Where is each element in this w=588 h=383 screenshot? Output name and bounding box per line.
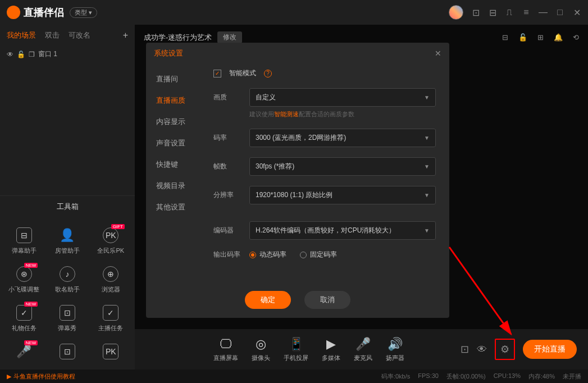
msg-icon[interactable]: ⊟ <box>502 33 508 42</box>
record-icon[interactable]: ⊡ <box>461 343 469 355</box>
ok-button[interactable]: 确定 <box>245 291 291 309</box>
tool-pk[interactable]: GIFTPK全民乐PK <box>89 222 133 261</box>
media-phone[interactable]: 📱手机投屏 <box>284 337 308 362</box>
titlebar: 直播伴侣 类型▾ ⊡ ⊟ ⎍ ≡ — □ ✕ <box>0 0 588 25</box>
share-icon[interactable]: ⟲ <box>573 33 579 42</box>
resolution-select[interactable]: 1920*1080 (1:1) 原始比例▼ <box>249 186 436 204</box>
menu-icon[interactable]: ≡ <box>522 8 531 17</box>
chevron-down-icon: ▼ <box>424 227 430 234</box>
scene-tab-rename[interactable]: 可改名 <box>69 30 90 40</box>
screen-icon[interactable]: ⊡ <box>471 8 480 17</box>
type-button[interactable]: 类型▾ <box>70 7 97 18</box>
nav-audio[interactable]: 声音设置 <box>146 133 209 154</box>
nav-video-dir[interactable]: 视频目录 <box>146 175 209 197</box>
cancel-button[interactable]: 取消 <box>304 291 350 309</box>
encoder-select[interactable]: H.264软件编码（画质较好，对CPU消耗较大）▼ <box>249 221 436 240</box>
preview-icon[interactable]: 👁 <box>477 344 487 355</box>
mic-muted-icon: 🎤 <box>355 337 371 352</box>
titlebar-right: ⊡ ⊟ ⎍ ≡ — □ ✕ <box>449 5 581 20</box>
content-toolbar: ⊟ 🔓 ⊞ 🔔 ⟲ <box>502 33 579 42</box>
status-state: 未开播 <box>563 372 581 381</box>
nav-room[interactable]: 直播间 <box>146 69 209 90</box>
quality-select[interactable]: 自定义▼ <box>249 88 436 107</box>
user-avatar[interactable] <box>449 5 463 20</box>
nav-hotkey[interactable]: 快捷键 <box>146 154 209 175</box>
tool-gift-task[interactable]: NEW✓礼物任务 <box>2 299 45 338</box>
status-fps: FPS:30 <box>418 372 439 381</box>
bitrate-select[interactable]: 3000 (蓝光画质，2D网游推荐)▼ <box>249 129 436 147</box>
phone-icon: 📱 <box>289 337 304 352</box>
tool-danmu-helper[interactable]: ⊟弹幕助手 <box>2 222 45 261</box>
bell-icon[interactable]: 🔔 <box>554 33 563 42</box>
tool-room-manager[interactable]: 👤房管助手 <box>45 222 89 261</box>
bitrate-label: 码率 <box>213 133 241 143</box>
ufo-icon: ⊛ <box>16 266 32 282</box>
modify-button[interactable]: 修改 <box>217 31 242 43</box>
status-cpu: CPU:13% <box>494 372 521 381</box>
tutorial-link[interactable]: ▶ 斗鱼直播伴侣使用教程 <box>7 372 75 381</box>
tv-icon: ⊡ <box>60 305 75 321</box>
camera-icon: ◎ <box>256 337 266 352</box>
speaker-muted-icon: 🔊 <box>388 337 403 352</box>
bottom-bar: 🖵直播屏幕 ◎摄像头 📱手机投屏 ▶多媒体 🎤麦克风 🔊扬声器 ⊡ 👁 ⚙ 开始… <box>135 329 588 370</box>
shirt-icon[interactable]: ⎍ <box>505 8 514 17</box>
res-label: 分辨率 <box>213 190 241 200</box>
toolbox: 工具箱 ⊟弹幕助手 👤房管助手 GIFTPK全民乐PK NEW⊛小飞碟调整 ♪歌… <box>0 195 135 370</box>
nav-other[interactable]: 其他设置 <box>146 197 209 218</box>
unlock-icon[interactable]: 🔓 <box>518 33 527 42</box>
source-item[interactable]: 👁 🔓 ❐ 窗口 1 <box>7 47 128 61</box>
window-icon: ❐ <box>29 51 35 58</box>
tool-browser[interactable]: ⊕浏览器 <box>89 261 133 299</box>
logo-icon <box>7 6 20 19</box>
radio-fixed[interactable]: 固定码率 <box>300 250 337 259</box>
tool-host-task[interactable]: ✓主播任务 <box>89 299 133 338</box>
radio-checked-icon <box>249 252 256 258</box>
gift-icon: ✓ <box>16 305 32 321</box>
tool-song[interactable]: ♪歌名助手 <box>45 261 89 299</box>
monitor-icon[interactable]: ⊟ <box>488 8 497 17</box>
chevron-down-icon: ▼ <box>424 94 430 101</box>
add-scene-button[interactable]: + <box>123 30 128 40</box>
nav-display[interactable]: 内容显示 <box>146 111 209 133</box>
tool-ufo[interactable]: NEW⊛小飞碟调整 <box>2 261 45 299</box>
smart-mode-label: 智能模式 <box>229 69 256 78</box>
tool-danmu-show[interactable]: ⊡弹幕秀 <box>45 299 89 338</box>
source-name: 窗口 1 <box>38 49 57 59</box>
quality-label: 画质 <box>213 93 241 102</box>
tool-more1[interactable]: ⊡ <box>45 338 89 365</box>
lock-icon[interactable]: 🔓 <box>17 51 25 58</box>
chat-icon: ⊟ <box>16 227 32 243</box>
media-speaker[interactable]: 🔊扬声器 <box>386 337 404 362</box>
tool-mic[interactable]: NEW🎤 <box>2 338 45 365</box>
tool-pk2[interactable]: PK <box>89 338 133 365</box>
media-mic[interactable]: 🎤麦克风 <box>354 337 372 362</box>
eye-icon[interactable]: 👁 <box>7 51 13 58</box>
scene-tab-dblclick[interactable]: 双击 <box>45 30 60 40</box>
layout-icon[interactable]: ⊞ <box>537 33 544 42</box>
radio-unchecked-icon <box>300 252 307 258</box>
status-mem: 内存:48% <box>528 372 555 381</box>
output-label: 输出码率 <box>213 250 241 259</box>
nav-quality[interactable]: 直播画质 <box>146 90 209 111</box>
music-icon: ♪ <box>60 266 75 282</box>
modal-title: 系统设置 <box>154 48 183 58</box>
mic-icon: 🎤 <box>16 344 32 359</box>
radio-dynamic[interactable]: 动态码率 <box>249 250 286 259</box>
media-screen[interactable]: 🖵直播屏幕 <box>213 337 238 362</box>
fps-select[interactable]: 30fps (*推荐)▼ <box>249 157 436 176</box>
modal-close-button[interactable]: ✕ <box>435 49 441 58</box>
start-stream-button[interactable]: 开始直播 <box>523 340 577 359</box>
close-icon[interactable]: ✕ <box>572 8 581 17</box>
help-icon[interactable]: ? <box>264 70 272 77</box>
media-camera[interactable]: ◎摄像头 <box>252 337 270 362</box>
chevron-down-icon: ▼ <box>424 163 430 170</box>
status-drop: 丢帧:0(0.00%) <box>446 372 486 381</box>
media-multi[interactable]: ▶多媒体 <box>322 337 340 362</box>
settings-gear-icon[interactable]: ⚙ <box>495 339 515 360</box>
smart-mode-checkbox[interactable]: ✓ <box>213 70 221 77</box>
modal-header: 系统设置 ✕ <box>146 43 449 64</box>
minimize-icon[interactable]: — <box>539 8 548 17</box>
maximize-icon[interactable]: □ <box>555 8 564 17</box>
speedtest-link[interactable]: 智能测速 <box>274 111 299 117</box>
scene-tab-my[interactable]: 我的场景 <box>7 30 36 40</box>
